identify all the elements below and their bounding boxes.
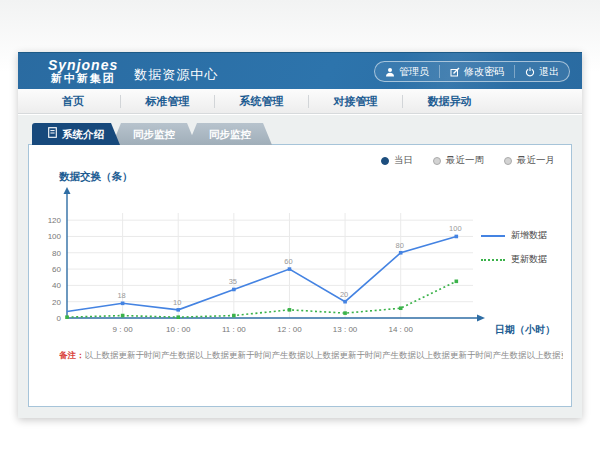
logo-text-cn: 新中新集团 [48, 73, 118, 85]
svg-text:20: 20 [52, 298, 61, 307]
user-menu-change-password-label: 修改密码 [464, 65, 504, 79]
nav-item-system-mgmt[interactable]: 系统管理 [214, 95, 308, 108]
radio-icon [433, 157, 441, 165]
radio-icon [381, 157, 389, 165]
svg-text:80: 80 [52, 249, 61, 258]
svg-text:10: 10 [173, 298, 181, 307]
svg-text:60: 60 [284, 257, 292, 266]
svg-text:100: 100 [48, 232, 62, 241]
company-logo: Synjones 新中新集团 [48, 58, 118, 84]
svg-text:日期（小时）: 日期（小时） [495, 324, 555, 335]
footnote-text: 以上数据更新于时间产生数据以上数据更新于时间产生数据以上数据更新于时间产生数据以… [85, 350, 564, 360]
nav-item-data-change[interactable]: 数据异动 [402, 95, 496, 108]
user-menu-admin-label: 管理员 [399, 65, 429, 79]
svg-text:60: 60 [52, 265, 61, 274]
svg-text:20: 20 [340, 290, 348, 299]
user-icon [385, 67, 395, 77]
page-title: 数据资源中心 [134, 58, 218, 84]
nav-item-home[interactable]: 首页 [26, 95, 120, 108]
svg-text:80: 80 [396, 241, 404, 250]
app-header: Synjones 新中新集团 数据资源中心 管理员 修改密码 [18, 52, 582, 89]
nav-item-interface-mgmt[interactable]: 对接管理 [308, 95, 402, 108]
chart-legend: 新增数据 更新数据 [481, 229, 563, 277]
footnote-label: 备注： [59, 350, 85, 360]
radio-last-month[interactable]: 最近一月 [504, 154, 555, 167]
tab-sync-monitor-1[interactable]: 同步监控 [112, 123, 196, 145]
svg-text:40: 40 [52, 281, 61, 290]
document-icon [48, 123, 57, 145]
radio-last-week-label: 最近一周 [446, 154, 484, 167]
radio-last-week[interactable]: 最近一周 [433, 154, 484, 167]
svg-text:10 : 00: 10 : 00 [166, 325, 191, 334]
legend-label: 新增数据 [511, 229, 547, 242]
chart-panel: 当日 最近一周 最近一月 数据交换（条） 0204060801001209 : … [28, 144, 572, 407]
user-menu-change-password[interactable]: 修改密码 [439, 65, 514, 78]
tab-bar: 系统介绍 同步监控 同步监控 [28, 123, 572, 145]
svg-text:18: 18 [117, 291, 125, 300]
footnote: 备注：以上数据更新于时间产生数据以上数据更新于时间产生数据以上数据更新于时间产生… [59, 350, 563, 362]
legend-item-new-data: 新增数据 [481, 229, 563, 242]
radio-icon [504, 157, 512, 165]
main-nav: 首页 标准管理 系统管理 对接管理 数据异动 [18, 89, 582, 114]
svg-text:0: 0 [57, 314, 62, 323]
user-menu-logout-label: 退出 [539, 65, 559, 79]
app-window: Synjones 新中新集团 数据资源中心 管理员 修改密码 [18, 52, 582, 418]
content-area: 系统介绍 同步监控 同步监控 当日 最近一周 [18, 115, 582, 418]
user-menu-logout[interactable]: 退出 [514, 65, 569, 78]
legend-label: 更新数据 [511, 253, 547, 266]
time-range-radio-group: 当日 最近一周 最近一月 [381, 154, 555, 167]
power-icon [525, 67, 535, 77]
radio-last-month-label: 最近一月 [517, 154, 555, 167]
legend-line-sample [481, 259, 505, 261]
edit-icon [450, 67, 460, 77]
tab-sync-monitor-2[interactable]: 同步监控 [188, 123, 272, 145]
logo-text-en: Synjones [48, 58, 118, 73]
legend-line-sample [481, 235, 505, 237]
svg-text:13 : 00: 13 : 00 [333, 325, 358, 334]
svg-text:11 : 00: 11 : 00 [222, 325, 246, 334]
svg-text:9 : 00: 9 : 00 [113, 325, 134, 334]
tab-system-intro-label: 系统介绍 [62, 123, 104, 145]
svg-text:100: 100 [449, 224, 462, 233]
tab-system-intro[interactable]: 系统介绍 [32, 123, 120, 145]
page-background: Synjones 新中新集团 数据资源中心 管理员 修改密码 [0, 0, 600, 450]
user-menu: 管理员 修改密码 退出 [374, 61, 570, 82]
radio-today[interactable]: 当日 [381, 154, 413, 167]
svg-text:14 : 00: 14 : 00 [388, 325, 413, 334]
legend-item-updated-data: 更新数据 [481, 253, 563, 266]
svg-text:12 : 00: 12 : 00 [277, 325, 302, 334]
radio-today-label: 当日 [394, 154, 413, 167]
svg-text:120: 120 [48, 216, 62, 225]
svg-text:35: 35 [229, 277, 237, 286]
nav-item-standard-mgmt[interactable]: 标准管理 [120, 95, 214, 108]
user-menu-admin[interactable]: 管理员 [375, 65, 439, 78]
y-axis-title: 数据交换（条） [59, 170, 133, 184]
